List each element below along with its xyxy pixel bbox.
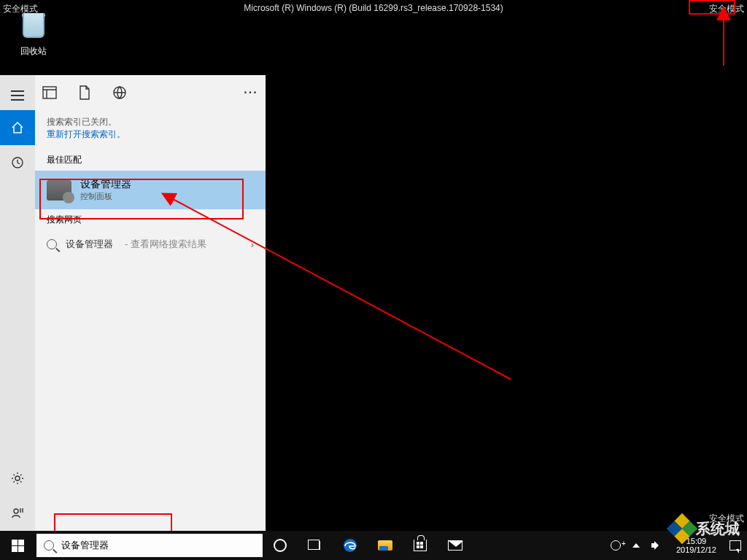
clock-icon (10, 155, 25, 170)
best-match-subtitle: 控制面板 (80, 191, 131, 202)
search-icon (44, 540, 54, 551)
rail-clock[interactable] (0, 145, 35, 180)
svg-point-1 (15, 476, 20, 481)
tray-volume[interactable] (646, 531, 669, 560)
watermark-logo: 系统城 (671, 518, 740, 540)
taskbar-search[interactable] (36, 534, 263, 557)
taskbar-mail[interactable] (438, 531, 473, 560)
gear-icon (10, 471, 25, 486)
index-notice: 搜索索引已关闭。 重新打开搜索索引。 (35, 110, 266, 149)
best-match-title: 设备管理器 (80, 178, 131, 191)
task-view-button[interactable] (298, 531, 333, 560)
web-search-query: 设备管理器 (66, 238, 113, 251)
search-rail (0, 75, 35, 531)
chevron-right-icon: › (251, 239, 254, 250)
rail-feedback[interactable] (0, 496, 35, 531)
web-search-suffix: - 查看网络搜索结果 (125, 238, 206, 251)
watermark-diamond-icon (667, 513, 697, 544)
taskbar-edge[interactable] (333, 531, 368, 560)
filter-web[interactable] (111, 84, 128, 101)
chevron-up-icon (632, 543, 640, 548)
hamburger-icon (11, 95, 24, 96)
web-search-item[interactable]: 设备管理器 - 查看网络搜索结果 › (35, 230, 266, 258)
apps-icon (42, 86, 57, 99)
taskbar-store[interactable] (403, 531, 438, 560)
safe-mode-label-top-right: 安全模式 (709, 3, 744, 15)
svg-point-2 (14, 509, 18, 513)
people-icon (611, 540, 621, 551)
recycle-bin[interactable]: 回收站 (12, 9, 55, 58)
index-notice-text: 搜索索引已关闭。 (47, 117, 117, 127)
start-search-panel: ··· 搜索索引已关闭。 重新打开搜索索引。 最佳匹配 设备管理器 控制面板 搜… (0, 75, 266, 531)
hamburger-button[interactable] (0, 75, 35, 110)
mail-icon (448, 540, 462, 551)
tray-show-hidden[interactable] (627, 531, 646, 560)
device-manager-icon (47, 180, 71, 201)
clock-date: 2019/12/12 (676, 545, 716, 554)
edge-icon (342, 537, 358, 553)
taskbar-file-explorer[interactable] (368, 531, 403, 560)
more-icon: ··· (244, 86, 258, 99)
section-best-match: 最佳匹配 (35, 149, 266, 171)
task-view-icon (310, 541, 320, 550)
speaker-icon (651, 541, 663, 550)
svg-rect-3 (43, 87, 56, 98)
taskbar-search-input[interactable] (61, 540, 255, 551)
search-filter-bar: ··· (35, 75, 266, 110)
filter-apps[interactable] (41, 84, 58, 101)
rail-settings[interactable] (0, 461, 35, 496)
recycle-bin-label: 回收站 (12, 45, 55, 58)
watermark-logo-text: 系统城 (696, 519, 740, 539)
windows-logo-icon (12, 540, 24, 552)
filter-more[interactable]: ··· (242, 84, 260, 101)
reopen-index-link[interactable]: 重新打开搜索索引。 (47, 129, 125, 139)
feedback-icon (10, 506, 25, 521)
recycle-bin-icon (20, 13, 47, 42)
rail-home[interactable] (0, 110, 35, 145)
globe-icon (112, 85, 127, 100)
cortana-icon (274, 539, 287, 552)
search-icon (47, 239, 57, 249)
build-watermark: Microsoft (R) Windows (R) (Build 16299.r… (244, 3, 503, 13)
store-icon (414, 540, 427, 551)
cortana-button[interactable] (263, 531, 298, 560)
notification-icon (729, 540, 741, 551)
taskbar: 15:09 2019/12/12 (0, 531, 747, 560)
home-icon (10, 120, 25, 135)
start-button[interactable] (0, 531, 35, 560)
best-match-device-manager[interactable]: 设备管理器 控制面板 (35, 171, 266, 209)
tray-people[interactable] (605, 531, 627, 560)
section-web-search: 搜索网页 (35, 209, 266, 230)
filter-documents[interactable] (76, 84, 93, 101)
folder-icon (378, 540, 392, 551)
search-results-pane: ··· 搜索索引已关闭。 重新打开搜索索引。 最佳匹配 设备管理器 控制面板 搜… (35, 75, 266, 531)
document-icon (79, 85, 90, 100)
